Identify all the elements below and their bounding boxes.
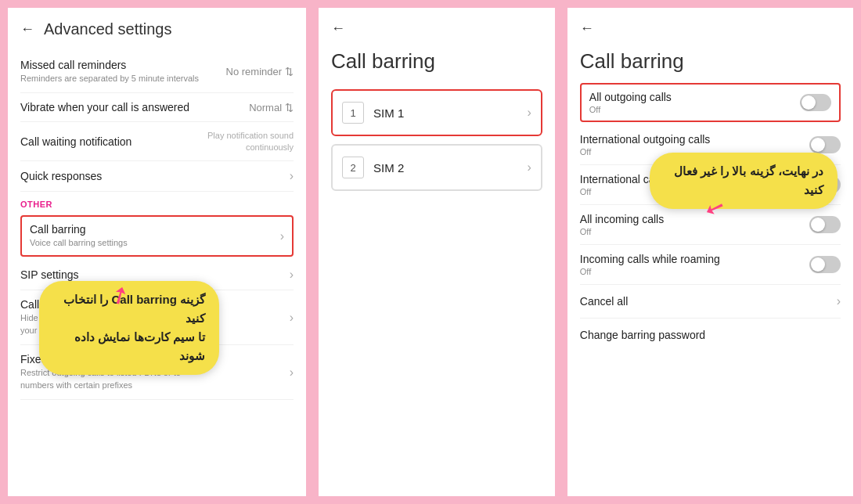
intl-outgoing-title: International outgoing calls xyxy=(580,133,711,146)
quick-responses-title: Quick responses xyxy=(20,170,102,182)
change-password-item[interactable]: Change barring password xyxy=(580,319,841,351)
sip-settings-title: SIP settings xyxy=(20,268,78,281)
sim2-chevron: › xyxy=(527,160,531,175)
all-incoming-toggle[interactable] xyxy=(809,216,841,233)
missed-call-title: Missed call reminders xyxy=(20,59,199,71)
cancel-all-label: Cancel all xyxy=(580,295,628,308)
quick-responses-chevron: › xyxy=(290,169,294,183)
right-panel-header: ← xyxy=(580,20,841,37)
left-panel: ← Advanced settings Missed call reminder… xyxy=(8,8,306,496)
left-panel-header: ← Advanced settings xyxy=(20,20,294,38)
sim2-number: 2 xyxy=(342,157,364,178)
other-section-label: OTHER xyxy=(20,192,294,212)
call-waiting-item[interactable]: Call waiting notification Play notificat… xyxy=(20,122,294,161)
missed-call-reminders-item[interactable]: Missed call reminders Reminders are sepa… xyxy=(20,51,294,93)
vibrate-stepper-icon: ⇅ xyxy=(285,102,294,113)
sim1-number: 1 xyxy=(342,102,364,124)
right-annotation-bubble: در نهایت، گزینه بالا را غیر فعال کنید xyxy=(650,153,838,209)
missed-call-sub: Reminders are separated by 5 minute inte… xyxy=(20,73,199,85)
call-waiting-title: Call waiting notification xyxy=(20,135,131,148)
middle-panel: ← Call barring 1 SIM 1 › 2 SIM 2 › xyxy=(319,8,555,496)
vibrate-item[interactable]: Vibrate when your call is answered Norma… xyxy=(20,93,294,122)
all-outgoing-sub: Off xyxy=(589,105,672,114)
call-barring-chevron: › xyxy=(280,229,284,243)
right-panel-title: Call barring xyxy=(580,49,841,74)
all-outgoing-item[interactable]: All outgoing calls Off xyxy=(580,83,841,122)
caller-id-chevron: › xyxy=(290,311,294,325)
all-outgoing-toggle[interactable] xyxy=(800,94,831,111)
cancel-all-chevron: › xyxy=(837,294,841,308)
fixed-dialling-chevron: › xyxy=(290,365,294,380)
call-barring-title: Call barring xyxy=(30,223,128,236)
all-outgoing-title: All outgoing calls xyxy=(589,91,672,103)
cancel-all-item[interactable]: Cancel all › xyxy=(580,285,841,319)
back-button-middle[interactable]: ← xyxy=(331,20,345,37)
call-waiting-value: Play notification sound continuously xyxy=(192,130,294,153)
middle-panel-header: ← xyxy=(331,20,542,37)
back-button-left[interactable]: ← xyxy=(20,21,34,38)
left-panel-title: Advanced settings xyxy=(44,20,171,38)
call-barring-sub: Voice call barring settings xyxy=(30,237,128,249)
call-barring-item[interactable]: Call barring Voice call barring settings… xyxy=(20,215,294,257)
vibrate-value: Normal ⇅ xyxy=(249,102,294,113)
sim1-chevron: › xyxy=(527,106,531,120)
missed-call-value: No reminder ⇅ xyxy=(226,66,294,77)
incoming-roaming-toggle[interactable] xyxy=(809,256,841,273)
change-password-label: Change barring password xyxy=(580,329,705,341)
sim2-item[interactable]: 2 SIM 2 › xyxy=(331,144,542,191)
incoming-roaming-sub: Off xyxy=(580,267,720,276)
sim1-item[interactable]: 1 SIM 1 › xyxy=(331,89,542,136)
sim1-label: SIM 1 xyxy=(373,106,404,120)
right-panel: ← Call barring All outgoing calls Off In… xyxy=(567,8,853,496)
sim2-label: SIM 2 xyxy=(373,161,404,175)
sip-chevron: › xyxy=(290,268,294,282)
all-incoming-title: All incoming calls xyxy=(580,213,664,225)
back-button-right[interactable]: ← xyxy=(580,20,594,37)
all-incoming-sub: Off xyxy=(580,227,664,236)
middle-panel-title: Call barring xyxy=(331,49,542,74)
vibrate-title: Vibrate when your call is answered xyxy=(20,101,189,113)
intl-outgoing-toggle[interactable] xyxy=(809,136,841,153)
quick-responses-item[interactable]: Quick responses › xyxy=(20,161,294,192)
incoming-roaming-title: Incoming calls while roaming xyxy=(580,253,720,265)
stepper-icon: ⇅ xyxy=(285,66,294,77)
incoming-roaming-item[interactable]: Incoming calls while roaming Off xyxy=(580,245,841,285)
